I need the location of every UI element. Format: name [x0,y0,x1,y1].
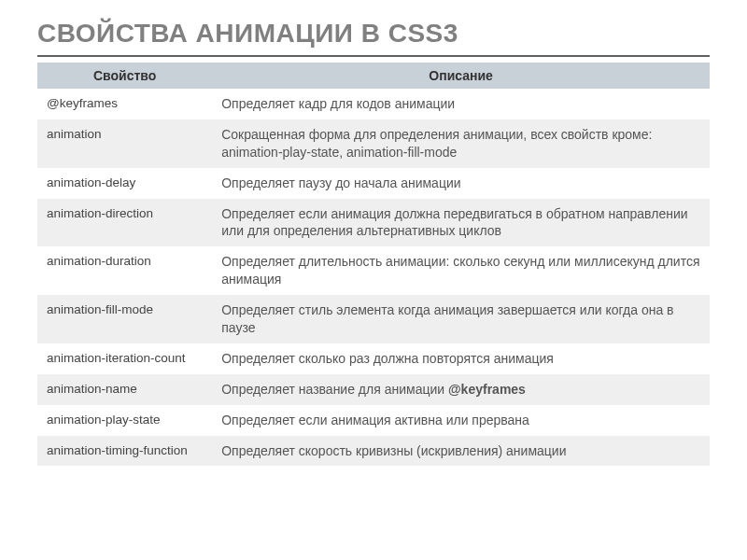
cell-description: Определяет кадр для кодов анимации [212,89,710,119]
table-row: animation-name Определяет название для а… [37,374,710,405]
table-row: animation-duration Определяет длительнос… [37,246,710,295]
header-description: Описание [212,63,710,89]
cell-property: animation [37,119,212,168]
cell-description: Определяет паузу до начала анимации [212,168,710,199]
cell-description: Определяет стиль элемента когда анимация… [212,295,710,343]
table-row: animation Сокращенная форма для определе… [37,119,710,168]
table-row: animation-delay Определяет паузу до нача… [37,168,710,199]
table-row: animation-direction Определяет если аним… [37,199,710,247]
description-bold: @keyframes [448,382,526,397]
cell-property: animation-name [37,374,212,405]
cell-property: animation-timing-function [37,436,212,467]
table-row: animation-timing-function Определяет ско… [37,436,710,467]
title-underline [37,55,710,57]
table-row: animation-iteration-count Определяет ско… [37,343,710,374]
properties-table: Свойство Описание @keyframes Определяет … [37,63,710,466]
table-row: animation-fill-mode Определяет стиль эле… [37,295,710,343]
cell-description: Определяет если анимация активна или пре… [212,405,710,436]
cell-description: Сокращенная форма для определения анимац… [212,119,710,168]
table-header-row: Свойство Описание [37,63,710,89]
cell-description: Определяет скорость кривизны (искривлени… [212,436,710,467]
cell-description: Определяет длительность анимации: скольк… [212,246,710,295]
cell-description: Определяет название для анимации @keyfra… [212,374,710,405]
table-row: animation-play-state Определяет если ани… [37,405,710,436]
description-prefix: Определяет название для анимации [221,382,448,397]
cell-property: @keyframes [37,89,212,119]
cell-property: animation-fill-mode [37,295,212,343]
cell-property: animation-play-state [37,405,212,436]
page-title: СВОЙСТВА АНИМАЦИИ В CSS3 [37,19,710,51]
header-property: Свойство [37,63,212,89]
cell-property: animation-direction [37,199,212,247]
cell-description: Определяет если анимация должна передвиг… [212,199,710,247]
table-row: @keyframes Определяет кадр для кодов ани… [37,89,710,119]
cell-description: Определяет сколько раз должна повторятся… [212,343,710,374]
cell-property: animation-iteration-count [37,343,212,374]
cell-property: animation-delay [37,168,212,199]
cell-property: animation-duration [37,246,212,295]
